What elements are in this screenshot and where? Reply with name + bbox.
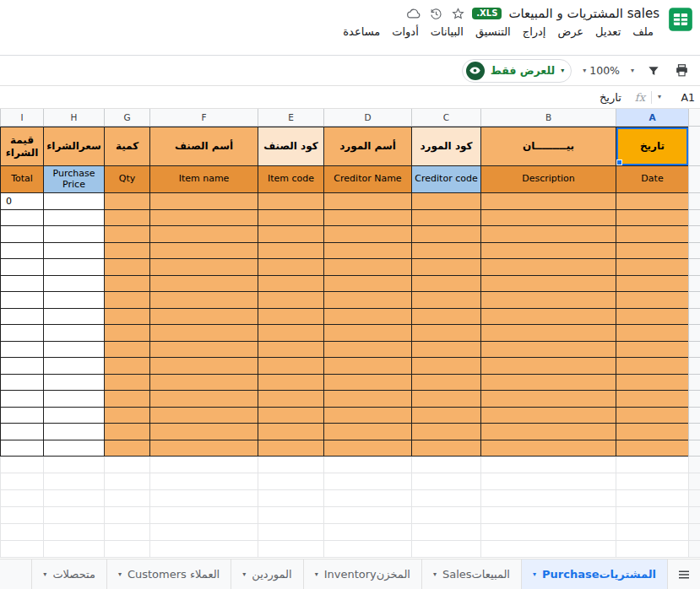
cell-D16[interactable] <box>323 408 411 424</box>
empty-cell[interactable] <box>258 490 323 507</box>
cell-D7[interactable] <box>323 259 411 276</box>
cell-B9[interactable] <box>480 292 616 309</box>
cell-G4[interactable] <box>104 210 149 227</box>
cell-A1[interactable]: تاريخ <box>616 127 688 166</box>
empty-cell[interactable] <box>104 457 149 473</box>
sheet-tab-dropdown-icon[interactable]: ▾ <box>533 571 536 578</box>
cell-B5[interactable] <box>480 226 616 243</box>
cell-I2[interactable]: Total <box>0 166 43 193</box>
cell-E7[interactable] <box>258 259 323 276</box>
empty-cell[interactable] <box>480 457 616 473</box>
row-header[interactable] <box>688 210 700 227</box>
cloud-status-icon[interactable] <box>406 6 421 21</box>
cell-H17[interactable] <box>43 424 104 440</box>
empty-cell[interactable] <box>616 490 688 507</box>
cell-name-box[interactable]: A1 <box>661 91 700 104</box>
empty-cell[interactable] <box>323 490 411 507</box>
cell-C18[interactable] <box>411 440 480 457</box>
row-header[interactable] <box>688 325 700 342</box>
cell-A15[interactable] <box>616 391 688 408</box>
empty-cell[interactable] <box>411 490 480 507</box>
cell-G3[interactable] <box>104 193 149 210</box>
all-sheets-menu-button[interactable] <box>668 559 700 589</box>
row-header[interactable] <box>688 490 700 507</box>
cell-E3[interactable] <box>258 193 323 210</box>
empty-cell[interactable] <box>104 490 149 507</box>
cell-H6[interactable] <box>43 243 104 260</box>
empty-cell[interactable] <box>43 524 104 541</box>
toolbar-more-dropdown-icon[interactable]: ▾ <box>631 68 634 74</box>
cell-D4[interactable] <box>323 210 411 227</box>
menu-item-7[interactable]: مساعدة <box>337 24 386 40</box>
star-icon[interactable] <box>450 6 465 21</box>
empty-cell[interactable] <box>411 541 480 558</box>
cell-C9[interactable] <box>411 292 480 309</box>
formula-input[interactable]: تاريخ <box>600 91 621 104</box>
empty-cell[interactable] <box>323 524 411 541</box>
row-header[interactable] <box>688 507 700 524</box>
cell-H13[interactable] <box>43 358 104 375</box>
cell-A14[interactable] <box>616 375 688 392</box>
column-header-I[interactable]: I <box>0 109 43 127</box>
empty-cell[interactable] <box>43 507 104 524</box>
cell-E5[interactable] <box>258 226 323 243</box>
cell-I17[interactable] <box>0 424 43 440</box>
sheet-tab-1[interactable]: المبيعاتSales▾ <box>421 559 521 589</box>
cell-E12[interactable] <box>258 342 323 359</box>
empty-cell[interactable] <box>616 524 688 541</box>
cell-E11[interactable] <box>258 325 323 342</box>
cell-F16[interactable] <box>149 408 258 424</box>
cell-D17[interactable] <box>323 424 411 440</box>
row-header[interactable] <box>688 473 700 490</box>
cell-G5[interactable] <box>104 226 149 243</box>
print-icon[interactable] <box>673 62 690 79</box>
menu-item-0[interactable]: ملف <box>627 24 659 40</box>
cell-A2[interactable]: Date <box>616 166 688 193</box>
cell-G18[interactable] <box>104 440 149 457</box>
cell-D15[interactable] <box>323 391 411 408</box>
cell-I6[interactable] <box>0 243 43 260</box>
cell-B16[interactable] <box>480 408 616 424</box>
empty-cell[interactable] <box>411 457 480 473</box>
cell-A7[interactable] <box>616 259 688 276</box>
cell-A16[interactable] <box>616 408 688 424</box>
cell-I10[interactable] <box>0 309 43 326</box>
cell-I12[interactable] <box>0 342 43 359</box>
cell-B7[interactable] <box>480 259 616 276</box>
column-header-D[interactable]: D <box>323 109 411 127</box>
cell-H3[interactable] <box>43 193 104 210</box>
empty-cell[interactable] <box>149 507 258 524</box>
empty-cell[interactable] <box>43 473 104 490</box>
menu-item-6[interactable]: أدوات <box>386 24 425 40</box>
cell-C7[interactable] <box>411 259 480 276</box>
cell-H4[interactable] <box>43 210 104 227</box>
empty-cell[interactable] <box>616 507 688 524</box>
empty-cell[interactable] <box>0 457 43 473</box>
cell-E15[interactable] <box>258 391 323 408</box>
row-header[interactable] <box>688 424 700 440</box>
cell-H11[interactable] <box>43 325 104 342</box>
cell-G2[interactable]: Qty <box>104 166 149 193</box>
cell-F14[interactable] <box>149 375 258 392</box>
cell-C15[interactable] <box>411 391 480 408</box>
cell-B4[interactable] <box>480 210 616 227</box>
cell-F10[interactable] <box>149 309 258 326</box>
empty-cell[interactable] <box>149 524 258 541</box>
cell-B10[interactable] <box>480 309 616 326</box>
column-header-B[interactable]: B <box>480 109 616 127</box>
cell-A5[interactable] <box>616 226 688 243</box>
cell-A12[interactable] <box>616 342 688 359</box>
cell-I13[interactable] <box>0 358 43 375</box>
document-title[interactable]: sales المشتريات و المبيعات <box>508 6 659 21</box>
cell-I11[interactable] <box>0 325 43 342</box>
row-header[interactable] <box>688 342 700 359</box>
row-header[interactable] <box>688 358 700 375</box>
name-box-dropdown-icon[interactable]: ▾ <box>658 94 661 100</box>
empty-cell[interactable] <box>258 457 323 473</box>
cell-A3[interactable] <box>616 193 688 210</box>
empty-cell[interactable] <box>0 490 43 507</box>
cell-D10[interactable] <box>323 309 411 326</box>
cell-G14[interactable] <box>104 375 149 392</box>
cell-F7[interactable] <box>149 259 258 276</box>
row-header[interactable] <box>688 309 700 326</box>
